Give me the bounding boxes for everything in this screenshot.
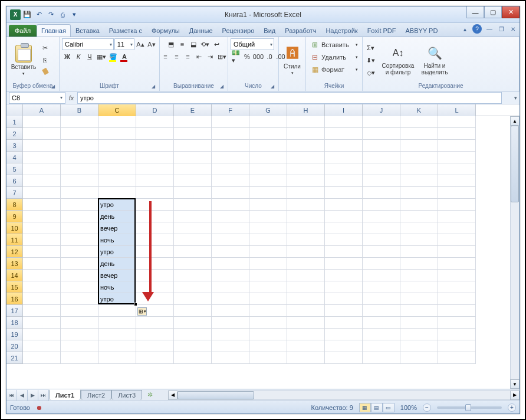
cell-D1[interactable]: [136, 116, 174, 128]
normal-view-icon[interactable]: ▦: [359, 403, 371, 412]
cell-L12[interactable]: [438, 246, 476, 258]
cell-L8[interactable]: [438, 199, 476, 211]
col-header-E[interactable]: E: [174, 104, 212, 116]
bold-button[interactable]: Ж: [62, 51, 73, 63]
row-header-19[interactable]: 19: [6, 329, 23, 340]
cell-H2[interactable]: [287, 128, 325, 140]
cell-A3[interactable]: [23, 140, 61, 152]
fx-icon[interactable]: fx: [65, 94, 77, 101]
zoom-thumb[interactable]: [465, 404, 471, 411]
cell-E11[interactable]: [174, 234, 212, 246]
cell-G17[interactable]: [249, 305, 287, 317]
cell-D9[interactable]: [136, 211, 174, 222]
cell-I1[interactable]: [325, 116, 363, 128]
cell-K20[interactable]: [400, 340, 438, 352]
cell-D3[interactable]: [136, 140, 174, 152]
cell-F16[interactable]: [212, 293, 249, 305]
cell-J7[interactable]: [363, 187, 400, 199]
cell-K2[interactable]: [400, 128, 438, 140]
cell-G16[interactable]: [249, 293, 287, 305]
cell-H21[interactable]: [287, 352, 325, 364]
cell-A8[interactable]: [23, 199, 61, 211]
col-header-H[interactable]: H: [287, 104, 325, 116]
tab-addins[interactable]: Надстройк: [321, 24, 362, 37]
cell-L21[interactable]: [438, 352, 476, 364]
cell-H19[interactable]: [287, 329, 325, 340]
cell-D8[interactable]: [136, 199, 174, 211]
cell-B11[interactable]: [61, 234, 98, 246]
cell-A7[interactable]: [23, 187, 61, 199]
fill-handle[interactable]: [134, 303, 137, 306]
file-tab[interactable]: Файл: [9, 25, 37, 37]
cell-G2[interactable]: [249, 128, 287, 140]
cell-C2[interactable]: [98, 128, 136, 140]
cell-A13[interactable]: [23, 258, 61, 270]
cell-D7[interactable]: [136, 187, 174, 199]
cell-F15[interactable]: [212, 281, 249, 293]
cell-J19[interactable]: [363, 329, 400, 340]
save-icon[interactable]: 💾: [22, 9, 32, 20]
cell-G7[interactable]: [249, 187, 287, 199]
redo-icon[interactable]: ↷: [45, 9, 56, 20]
cell-L20[interactable]: [438, 340, 476, 352]
cell-L9[interactable]: [438, 211, 476, 222]
cell-B1[interactable]: [61, 116, 98, 128]
cell-I6[interactable]: [325, 175, 363, 187]
col-header-D[interactable]: D: [136, 104, 174, 116]
align-right-icon[interactable]: ≡: [183, 51, 193, 63]
col-header-J[interactable]: J: [363, 104, 400, 116]
cell-J6[interactable]: [363, 175, 400, 187]
cell-E6[interactable]: [174, 175, 212, 187]
cell-F4[interactable]: [212, 152, 249, 163]
page-break-view-icon[interactable]: ▭: [383, 403, 394, 412]
comma-icon[interactable]: 000: [253, 51, 264, 63]
doc-close-icon[interactable]: ✕: [509, 25, 517, 33]
cell-E12[interactable]: [174, 246, 212, 258]
cell-C7[interactable]: [98, 187, 136, 199]
minimize-button[interactable]: ―: [466, 6, 484, 18]
cell-J11[interactable]: [363, 234, 400, 246]
cell-A18[interactable]: [23, 317, 61, 329]
cell-B7[interactable]: [61, 187, 98, 199]
cell-J1[interactable]: [363, 116, 400, 128]
cell-E9[interactable]: [174, 211, 212, 222]
row-header-17[interactable]: 17: [6, 305, 23, 317]
cell-J15[interactable]: [363, 281, 400, 293]
cell-C8[interactable]: утро: [98, 199, 136, 211]
increase-decimal-icon[interactable]: .0: [264, 51, 275, 63]
cell-C11[interactable]: ночь: [98, 234, 136, 246]
number-launcher-icon[interactable]: ◢: [269, 83, 276, 90]
cell-L1[interactable]: [438, 116, 476, 128]
cell-F18[interactable]: [212, 317, 249, 329]
cell-J10[interactable]: [363, 222, 400, 234]
cell-D21[interactable]: [136, 352, 174, 364]
tab-developer[interactable]: Разработч: [280, 24, 321, 37]
cell-H4[interactable]: [287, 152, 325, 163]
cell-F11[interactable]: [212, 234, 249, 246]
qat-customize-icon[interactable]: ▾: [69, 9, 80, 20]
cell-J16[interactable]: [363, 293, 400, 305]
cell-J2[interactable]: [363, 128, 400, 140]
cell-D5[interactable]: [136, 163, 174, 175]
cell-E19[interactable]: [174, 329, 212, 340]
tab-pagelayout[interactable]: Разметка с: [104, 24, 147, 37]
cell-J12[interactable]: [363, 246, 400, 258]
col-header-G[interactable]: G: [249, 104, 287, 116]
find-select-button[interactable]: 🔍 Найти и выделить: [417, 44, 452, 77]
row-header-13[interactable]: 13: [6, 258, 23, 270]
cell-G11[interactable]: [249, 234, 287, 246]
macro-record-icon[interactable]: ⏺: [36, 404, 42, 411]
cell-J8[interactable]: [363, 199, 400, 211]
cells[interactable]: утроденьвечерночьутроденьвечерночьутро⊞: [23, 116, 520, 389]
col-header-L[interactable]: L: [438, 104, 476, 116]
col-header-I[interactable]: I: [325, 104, 363, 116]
cell-L3[interactable]: [438, 140, 476, 152]
orientation-icon[interactable]: ⟲▾: [199, 38, 211, 50]
cell-B14[interactable]: [61, 270, 98, 281]
cell-B9[interactable]: [61, 211, 98, 222]
cell-I11[interactable]: [325, 234, 363, 246]
delete-cells-button[interactable]: ⊟Удалить▾: [308, 51, 360, 63]
maximize-button[interactable]: ▢: [484, 6, 502, 18]
cell-G19[interactable]: [249, 329, 287, 340]
cell-K18[interactable]: [400, 317, 438, 329]
